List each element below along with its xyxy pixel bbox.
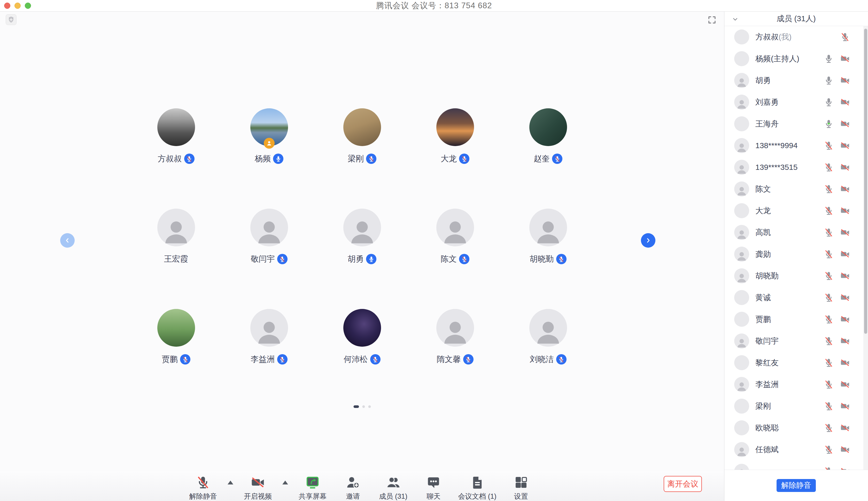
toolbar-chat-button[interactable]: 聊天 xyxy=(418,471,449,501)
page-dot[interactable] xyxy=(362,405,365,408)
toolbar-unmute-button[interactable]: 解除静音 xyxy=(187,471,219,501)
mic-status-icon xyxy=(824,466,834,470)
member-row[interactable]: 方叔叔(我) xyxy=(724,26,868,48)
mic-options-caret[interactable] xyxy=(228,481,233,484)
participant-avatar xyxy=(250,108,288,146)
member-row[interactable]: 任德斌 xyxy=(724,439,868,460)
participant-tile[interactable]: 刘晓洁 xyxy=(502,309,595,365)
member-row[interactable]: 胡晓勤 xyxy=(724,265,868,287)
member-row[interactable]: 陈文 xyxy=(724,178,868,200)
fullscreen-toggle-button[interactable] xyxy=(707,15,717,25)
default-avatar-icon xyxy=(254,215,284,246)
member-row[interactable]: 李益洲 xyxy=(724,374,868,395)
member-name: 敬闫宇 xyxy=(755,336,779,347)
security-shield-button[interactable] xyxy=(6,14,17,25)
participant-nameline: 赵奎 xyxy=(534,153,562,164)
member-list[interactable]: 方叔叔(我) 杨频(主持人) xyxy=(724,26,868,470)
scrollbar-thumb[interactable] xyxy=(864,29,867,334)
participant-name: 胡晓勤 xyxy=(530,254,554,265)
participant-tile[interactable]: 杨频 xyxy=(223,108,316,164)
default-avatar-icon xyxy=(347,215,377,246)
participant-avatar xyxy=(529,209,567,246)
mic-status-icon xyxy=(840,32,850,42)
member-avatar xyxy=(734,464,749,470)
chevron-right-icon xyxy=(644,236,652,244)
member-row[interactable]: 杨频(主持人) xyxy=(724,48,868,70)
mic-status-icon xyxy=(824,336,834,346)
prev-page-button[interactable] xyxy=(60,233,75,248)
participant-mic-badge-icon xyxy=(273,153,283,164)
member-row[interactable]: 胡勇 xyxy=(724,70,868,91)
page-dot[interactable] xyxy=(353,405,359,408)
toolbar-settings-button[interactable]: 设置 xyxy=(505,471,537,501)
member-avatar xyxy=(734,30,749,44)
participant-nameline: 贾鹏 xyxy=(162,354,190,365)
member-row[interactable]: 贾鹏 xyxy=(724,308,868,330)
participant-tile[interactable]: 大龙 xyxy=(409,108,502,164)
member-row[interactable]: 敬闫宇 xyxy=(724,330,868,352)
participant-tile[interactable]: 梁刚 xyxy=(316,108,409,164)
toolbar-docs-button[interactable]: 会议文档 (1) xyxy=(458,471,496,501)
participant-tile[interactable]: 隋文馨 xyxy=(409,309,502,365)
maximize-button[interactable] xyxy=(25,3,31,9)
participant-nameline: 胡晓勤 xyxy=(530,254,567,265)
participant-tile[interactable]: 胡晓勤 xyxy=(502,209,595,265)
participant-name: 胡勇 xyxy=(348,254,364,265)
camera-status-icon xyxy=(840,97,850,107)
member-row[interactable]: 139****3515 xyxy=(724,157,868,178)
participant-tile[interactable]: 陈文 xyxy=(409,209,502,265)
participant-tile[interactable]: 方叔叔 xyxy=(130,108,223,164)
member-avatar xyxy=(734,73,749,88)
member-avatar xyxy=(734,95,749,110)
default-avatar-icon xyxy=(161,215,191,246)
member-row[interactable]: 刘嘉勇 xyxy=(724,91,868,113)
toolbar-share-screen-button[interactable]: 共享屏幕 xyxy=(297,471,328,501)
collapse-sidebar-button[interactable] xyxy=(730,14,740,24)
participant-tile[interactable]: 敬闫宇 xyxy=(223,209,316,265)
participant-tile[interactable]: 何沛松 xyxy=(316,309,409,365)
video-options-caret[interactable] xyxy=(282,481,288,484)
close-button[interactable] xyxy=(4,3,10,9)
leave-meeting-button[interactable]: 离开会议 xyxy=(664,476,702,492)
participant-avatar xyxy=(343,209,381,246)
participant-avatar xyxy=(436,309,474,347)
participant-tile[interactable]: 王宏霞 xyxy=(130,209,223,265)
participant-mic-badge-icon xyxy=(366,254,376,264)
member-row[interactable]: 黎红友 xyxy=(724,352,868,374)
member-name: 李益洲 xyxy=(755,379,779,390)
members-sidebar: 成员 (31人) 方叔叔(我) xyxy=(724,12,868,501)
next-page-button[interactable] xyxy=(641,233,656,248)
unmute-button[interactable]: 解除静音 xyxy=(777,479,816,492)
toolbar-invite-button[interactable]: 邀请 xyxy=(337,471,369,501)
toolbar-start-video-button[interactable]: 开启视频 xyxy=(242,471,274,501)
member-row[interactable]: 黄诚 xyxy=(724,287,868,308)
participant-nameline: 敬闫宇 xyxy=(251,254,287,265)
scrollbar-track[interactable] xyxy=(863,26,868,470)
participant-tile[interactable]: 赵奎 xyxy=(502,108,595,164)
meeting-window: 腾讯会议 会议号：813 754 682 xyxy=(0,0,868,501)
member-row[interactable]: 龚勋 xyxy=(724,243,868,265)
page-dot[interactable] xyxy=(368,405,371,408)
participant-mic-badge-icon xyxy=(552,153,562,164)
traffic-lights xyxy=(4,3,31,9)
toolbar-label: 聊天 xyxy=(427,492,440,501)
pagination-dots[interactable] xyxy=(353,405,371,408)
camera-status-icon xyxy=(840,271,850,281)
participant-name: 敬闫宇 xyxy=(251,254,275,265)
member-row[interactable]: 高凯 xyxy=(724,222,868,243)
participant-tile[interactable]: 李益洲 xyxy=(223,309,316,365)
member-row[interactable]: 大龙 xyxy=(724,200,868,222)
member-row[interactable]: 欧晓聪 xyxy=(724,417,868,439)
member-row[interactable]: 梁刚 xyxy=(724,395,868,417)
mic-status-icon xyxy=(824,358,834,368)
minimize-button[interactable] xyxy=(14,3,21,9)
member-row[interactable]: 王海舟 xyxy=(724,113,868,135)
participant-tile[interactable]: 胡勇 xyxy=(316,209,409,265)
default-avatar-icon xyxy=(254,316,284,346)
member-row[interactable] xyxy=(724,460,868,470)
toolbar-members-button[interactable]: 成员 (31) xyxy=(377,471,409,501)
screen-share-icon xyxy=(305,475,320,490)
member-row[interactable]: 138****9994 xyxy=(724,135,868,157)
participant-nameline: 陈文 xyxy=(441,254,469,265)
participant-tile[interactable]: 贾鹏 xyxy=(130,309,223,365)
